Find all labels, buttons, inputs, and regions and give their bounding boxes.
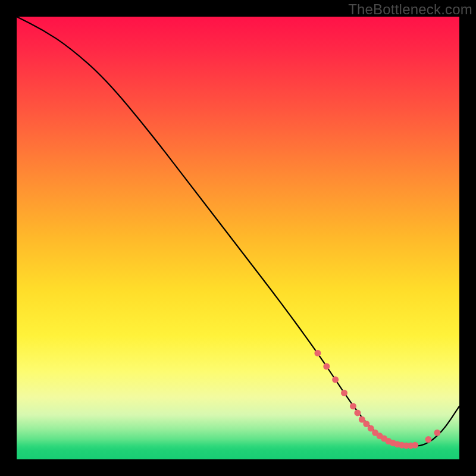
curve-svg xyxy=(17,17,459,459)
marker-dot xyxy=(341,390,347,396)
marker-dot xyxy=(412,442,418,449)
bottleneck-curve xyxy=(17,17,459,446)
marker-dot xyxy=(434,430,440,436)
marker-dot xyxy=(350,403,356,409)
watermark-text: TheBottleneck.com xyxy=(348,1,472,18)
marker-dot xyxy=(425,436,431,443)
marker-dot xyxy=(354,409,361,416)
marker-dot xyxy=(323,363,330,369)
chart-frame: TheBottleneck.com xyxy=(0,0,476,476)
plot-area xyxy=(17,17,459,459)
marker-dot xyxy=(314,350,321,356)
marker-dot xyxy=(332,377,339,383)
highlight-markers xyxy=(314,350,440,449)
